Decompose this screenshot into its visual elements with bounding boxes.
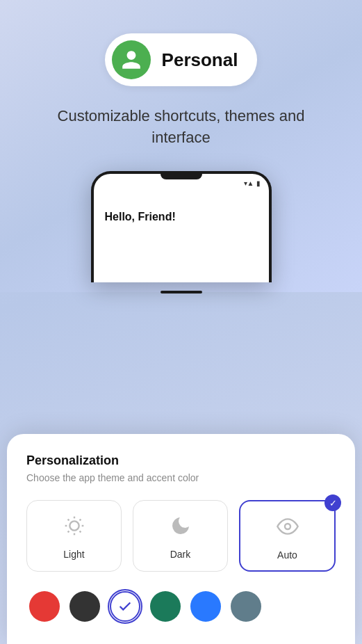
eye-icon [277, 515, 299, 542]
status-icons: ▾▲ ▮ [244, 179, 261, 187]
checkmark-icon [117, 599, 133, 614]
theme-light-label: Light [63, 549, 84, 560]
color-options [26, 591, 336, 622]
profile-badge[interactable]: Personal [105, 33, 258, 86]
phone-greeting: Hello, Friend! [94, 190, 269, 229]
svg-line-8 [79, 520, 81, 521]
color-purple[interactable] [110, 591, 140, 622]
color-teal[interactable] [231, 591, 261, 622]
theme-light[interactable]: Light [26, 500, 122, 572]
theme-options: Light Dark ✓ Auto [26, 500, 336, 572]
top-section: Personal Customizable shortcuts, themes … [0, 0, 362, 282]
phone-mockup: ▾▲ ▮ Hello, Friend! [91, 171, 272, 282]
sun-icon [63, 515, 85, 542]
svg-line-5 [67, 520, 69, 521]
auto-check-badge: ✓ [324, 494, 341, 511]
color-red[interactable] [29, 591, 60, 622]
svg-point-9 [285, 524, 290, 529]
battery-icon: ▮ [256, 179, 261, 187]
card-subtitle: Choose the app theme and accent color [26, 472, 336, 483]
phone-notch [161, 174, 202, 179]
personalization-card: Personalization Choose the app theme and… [7, 434, 355, 644]
phone-screen: ▾▲ ▮ Hello, Friend! [94, 174, 269, 282]
color-purple-check [110, 591, 140, 622]
svg-line-7 [67, 531, 69, 533]
phone-frame: ▾▲ ▮ Hello, Friend! [91, 171, 272, 282]
theme-dark-label: Dark [170, 549, 191, 560]
svg-point-0 [69, 521, 79, 530]
theme-auto[interactable]: ✓ Auto [239, 500, 336, 572]
person-icon [120, 49, 142, 71]
profile-label: Personal [162, 49, 238, 71]
wifi-icon: ▾▲ [244, 179, 254, 187]
tagline: Customizable shortcuts, themes and inter… [0, 106, 362, 149]
theme-auto-label: Auto [277, 549, 297, 561]
svg-line-6 [79, 531, 81, 533]
theme-dark[interactable]: Dark [133, 500, 228, 572]
color-green[interactable] [150, 591, 181, 622]
moon-icon [170, 515, 192, 542]
color-blue[interactable] [190, 591, 221, 622]
profile-icon [112, 40, 151, 79]
bottom-bar-indicator [161, 291, 202, 293]
color-black[interactable] [69, 591, 100, 622]
card-title: Personalization [26, 453, 336, 468]
